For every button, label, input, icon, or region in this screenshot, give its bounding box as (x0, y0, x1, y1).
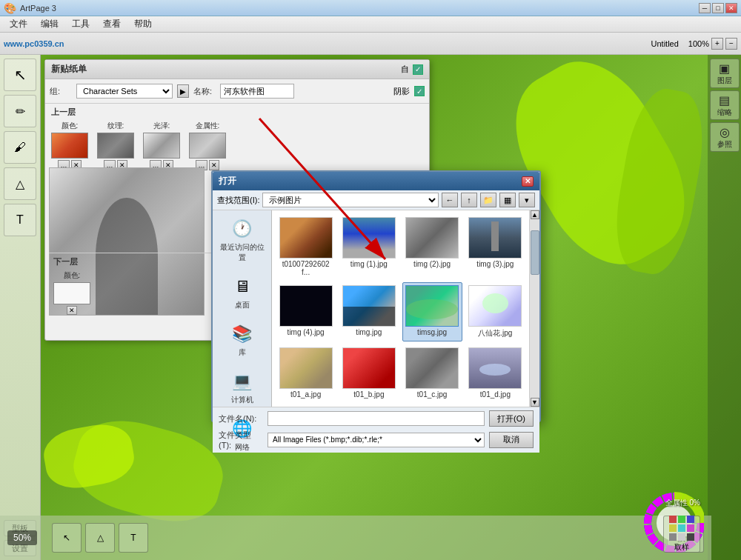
menu-view[interactable]: 查看 (97, 16, 127, 32)
scrollbar-thumb[interactable] (531, 230, 539, 275)
file-name-8: t01_a.jpg (290, 390, 321, 399)
nav-back-btn[interactable]: ← (442, 193, 458, 207)
bottom-panel: 50% ↖ △ T 预设 (0, 516, 711, 560)
file-thumb-9 (342, 347, 396, 389)
nav-desktop[interactable]: 🖥 桌面 (216, 272, 268, 313)
group-label: 组: (50, 86, 72, 97)
toolbar: www.pc0359.cn Untitled 100% + − (0, 33, 741, 55)
scroll-down-btn[interactable]: ▼ (531, 398, 539, 407)
group-select[interactable]: Character Sets (76, 84, 173, 99)
dialog-file-area: t01007292602f... timg (1).jpg timg (2).j… (272, 210, 529, 407)
right-tool-thumbnail[interactable]: ▤ 缩略 (710, 90, 740, 120)
file-name-3: timg (3).jpg (476, 260, 514, 268)
file-name-4: timg (4).jpg (288, 328, 325, 336)
file-item-0[interactable]: t01007292602f... (276, 214, 336, 279)
file-item-6[interactable]: timsg.jpg (402, 282, 462, 341)
file-item-8[interactable]: t01_a.jpg (276, 344, 336, 401)
filetype-select[interactable]: All Image Files (*.bmp;*.dib;*.rle;* (268, 433, 485, 447)
maximize-btn[interactable]: □ (712, 3, 724, 13)
file-item-4[interactable]: timg (4).jpg (276, 282, 336, 341)
right-tool-layers[interactable]: ▣ 图层 (710, 59, 740, 88)
file-item-1[interactable]: timg (1).jpg (339, 214, 399, 279)
file-thumb-2 (405, 217, 459, 259)
zoom-percent: 100% (688, 39, 709, 48)
desktop-icon: 🖥 (230, 275, 254, 299)
menu-help[interactable]: 帮助 (128, 16, 158, 32)
menu-file[interactable]: 文件 (4, 16, 33, 32)
upper-layer-section: 上一层 颜色: … ✕ 纹理: … ✕ 光 (45, 103, 429, 173)
file-thumb-10 (405, 347, 459, 389)
dialog-content: 🕐 最近访问的位置 🖥 桌面 📚 库 💻 计算机 🌐 网络 (213, 210, 539, 407)
group-arrow-btn[interactable]: ▶ (177, 84, 189, 98)
file-item-7[interactable]: 八仙花.jpg (465, 282, 525, 341)
lower-color-x-btn[interactable]: ✕ (67, 306, 77, 315)
left-tool-pen[interactable]: ✏ (4, 95, 36, 127)
name-input[interactable] (220, 84, 294, 99)
opacity-label: 全属性 0% (665, 498, 700, 508)
nav-up-btn[interactable]: ↑ (461, 193, 477, 207)
texture-swatch[interactable] (97, 133, 134, 159)
file-item-10[interactable]: t01_c.jpg (402, 344, 462, 401)
sample-icon (669, 516, 694, 541)
new-folder-btn[interactable]: 📁 (480, 193, 496, 207)
file-thumb-3 (468, 217, 522, 259)
bottom-tool-3[interactable]: T (119, 523, 148, 553)
zoom-out-btn[interactable]: − (725, 38, 737, 50)
metal-prop-label: 金属性: (196, 121, 220, 131)
cancel-btn[interactable]: 取消 (489, 432, 534, 448)
recent-label: 最近访问的位置 (219, 242, 265, 263)
metal-x-btn[interactable]: ✕ (209, 160, 219, 170)
view-down-btn[interactable]: ▾ (519, 193, 535, 207)
gloss-swatch[interactable] (143, 133, 180, 159)
nav-library[interactable]: 📚 库 (216, 319, 268, 361)
file-name-7: 八仙花.jpg (478, 328, 512, 339)
zoom-in-btn[interactable]: + (711, 38, 723, 50)
file-item-9[interactable]: t01_b.jpg (339, 344, 399, 401)
bottom-tool-1[interactable]: ↖ (52, 523, 82, 553)
file-thumb-6 (405, 285, 459, 327)
dialog-scrollbar[interactable]: ▲ ▼ (529, 210, 539, 407)
close-btn[interactable]: ✕ (725, 3, 737, 13)
nav-computer[interactable]: 💻 计算机 (216, 367, 268, 408)
left-tool-text[interactable]: T (4, 204, 36, 236)
left-tool-fill[interactable]: △ (4, 167, 36, 200)
bottom-tool-2[interactable]: △ (85, 523, 115, 553)
scroll-up-btn[interactable]: ▲ (531, 210, 539, 219)
left-tool-brush[interactable]: 🖌 (4, 131, 36, 164)
shadow-checkbox[interactable]: ✓ (414, 86, 425, 96)
color-prop-label: 颜色: (62, 121, 79, 131)
menu-tools[interactable]: 工具 (66, 16, 96, 32)
color-swatch[interactable] (51, 133, 88, 159)
left-tool-move[interactable]: ↖ (4, 59, 36, 91)
file-thumb-11 (468, 347, 522, 389)
self-checkbox[interactable]: ✓ (413, 64, 423, 75)
metal-swatch[interactable] (189, 133, 226, 159)
dialog-close-btn[interactable]: ✕ (522, 176, 534, 187)
library-label: 库 (239, 347, 246, 358)
color-prop: 颜色: … ✕ (51, 121, 88, 170)
minimize-btn[interactable]: ─ (699, 3, 711, 13)
filename-row: 文件名(N): 打开(O) (219, 410, 534, 427)
filetype-row: 文件类型(T): All Image Files (*.bmp;*.dib;*.… (219, 430, 534, 450)
filetype-label: 文件类型(T): (219, 430, 263, 450)
menu-edit[interactable]: 编辑 (35, 16, 64, 32)
view-btn[interactable]: ▦ (499, 193, 516, 207)
file-grid: t01007292602f... timg (1).jpg timg (2).j… (276, 214, 525, 401)
sample-btn[interactable]: 取样 (663, 516, 700, 553)
gloss-prop-label: 光泽: (153, 121, 170, 131)
lower-color-label: 颜色: (64, 270, 81, 281)
file-item-11[interactable]: t01_d.jpg (465, 344, 525, 401)
file-item-3[interactable]: timg (3).jpg (465, 214, 525, 279)
filename-input[interactable] (268, 411, 485, 426)
app-title: ArtPage 3 (20, 4, 359, 13)
file-item-5[interactable]: timg.jpg (339, 282, 399, 341)
open-btn[interactable]: 打开(O) (489, 410, 534, 427)
sticker-panel-body: 组: Character Sets ▶ 名称: 阴影 ✓ (45, 79, 429, 103)
sticker-panel-title: 新贴纸单 (51, 63, 222, 76)
lower-color-swatch (53, 282, 90, 304)
nav-recent[interactable]: 🕐 最近访问的位置 (216, 214, 268, 266)
dialog-path-combo[interactable]: 示例图片 (262, 193, 439, 207)
gloss-prop: 光泽: … ✕ (143, 121, 180, 170)
file-item-2[interactable]: timg (2).jpg (402, 214, 462, 279)
right-tool-reference[interactable]: ◎ 参照 (710, 122, 740, 152)
